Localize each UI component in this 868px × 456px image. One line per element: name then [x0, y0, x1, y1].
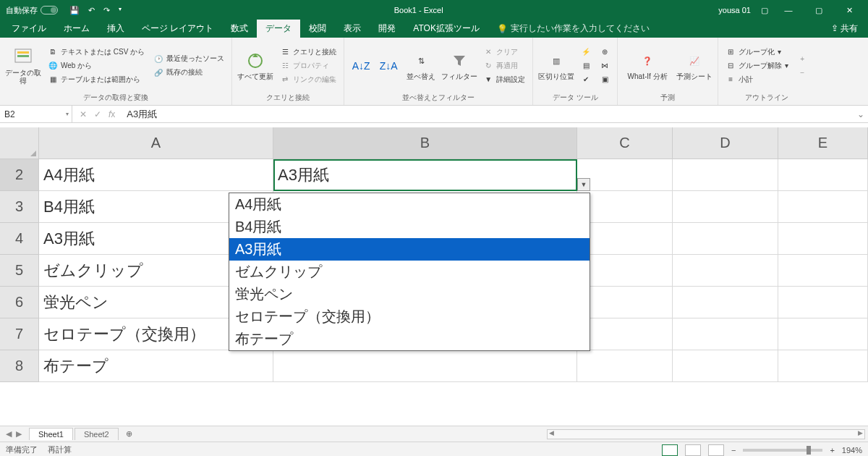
cell-E2[interactable]: [778, 159, 868, 191]
share-button[interactable]: ⇪ 共有: [824, 20, 865, 38]
queries-connections[interactable]: ☰クエリと接続: [277, 46, 339, 59]
tab-formula[interactable]: 数式: [222, 20, 257, 38]
sort-az-button[interactable]: A↓Z: [349, 41, 373, 91]
close-button[interactable]: ✕: [839, 6, 859, 15]
recent-sources[interactable]: 🕑最近使ったソース: [150, 52, 227, 65]
row-header-6[interactable]: 6: [0, 287, 39, 318]
data-validation[interactable]: ✔: [578, 73, 594, 86]
cell-B2[interactable]: A3用紙: [273, 159, 577, 191]
formula-content[interactable]: A3用紙: [122, 108, 854, 121]
undo-icon[interactable]: ↶: [88, 6, 95, 15]
new-sheet-button[interactable]: ⊕: [119, 429, 140, 439]
validation-option[interactable]: ゼムクリップ: [229, 261, 590, 283]
row-header-5[interactable]: 5: [0, 255, 39, 287]
sheet-prev-icon[interactable]: ◀: [6, 429, 12, 439]
autosave-switch-icon: [41, 6, 58, 14]
advanced-filter[interactable]: ▼詳細設定: [480, 73, 528, 86]
cell-A2[interactable]: A4用紙: [39, 159, 273, 191]
tab-insert[interactable]: 挿入: [98, 20, 133, 38]
name-box[interactable]: B2: [0, 106, 72, 122]
sort-za-button[interactable]: Z↓A: [376, 41, 401, 91]
consolidate[interactable]: ⊕: [597, 46, 613, 59]
forecast-button[interactable]: 📈予測シート: [676, 41, 713, 91]
sheet-tab-active[interactable]: Sheet1: [29, 428, 73, 440]
refresh-all-button[interactable]: すべて更新: [237, 41, 274, 91]
sheet-tab-other[interactable]: Sheet2: [75, 428, 119, 440]
tab-data[interactable]: データ: [257, 20, 300, 38]
tab-home[interactable]: ホーム: [55, 20, 98, 38]
minimize-button[interactable]: —: [778, 6, 799, 14]
from-table-range[interactable]: ▦テーブルまたは範囲から: [45, 73, 148, 86]
autosave-toggle[interactable]: 自動保存: [0, 5, 64, 16]
row-header-8[interactable]: 8: [0, 350, 39, 382]
col-header-A[interactable]: A: [39, 127, 273, 159]
ungroup-button[interactable]: ⊟グループ解除 ▾: [723, 59, 791, 72]
data-validation-list[interactable]: A4用紙B4用紙A3用紙ゼムクリップ蛍光ペンセロテープ（交換用）布テープ: [229, 193, 590, 351]
horizontal-scrollbar[interactable]: [547, 429, 865, 439]
data-validation-dropdown-button[interactable]: ▼: [577, 178, 590, 191]
maximize-button[interactable]: ▢: [809, 6, 829, 15]
tab-file[interactable]: ファイル: [3, 20, 55, 38]
cell-C2[interactable]: [577, 159, 673, 191]
validation-option[interactable]: セロテープ（交換用）: [229, 305, 590, 328]
subtotal-button[interactable]: ≡小計: [723, 73, 791, 86]
zoom-level[interactable]: 194%: [842, 446, 862, 455]
from-text-csv[interactable]: 🗎テキストまたは CSV から: [45, 46, 148, 59]
what-if-button[interactable]: ❓What-If 分析: [622, 41, 673, 91]
enter-icon[interactable]: ✓: [94, 109, 101, 119]
expand-formula-bar-icon[interactable]: ⌄: [854, 109, 868, 119]
tell-me[interactable]: 💡 実行したい作業を入力してください: [488, 20, 658, 38]
cell-D2[interactable]: [673, 159, 778, 191]
data-model[interactable]: ▣: [597, 73, 613, 86]
col-header-B[interactable]: B: [273, 127, 577, 159]
tab-review[interactable]: 校閲: [300, 20, 335, 38]
qat-more-icon[interactable]: ▾: [119, 6, 122, 15]
fx-icon[interactable]: fx: [109, 109, 115, 119]
zoom-out-button[interactable]: −: [731, 446, 736, 455]
select-all-button[interactable]: [0, 127, 39, 159]
minus-icon: −: [797, 67, 807, 77]
sort-button[interactable]: ⇅並べ替え: [404, 41, 438, 91]
view-page-layout-button[interactable]: [685, 444, 701, 456]
group-button[interactable]: ⊞グループ化 ▾: [723, 46, 791, 59]
flash-fill[interactable]: ⚡: [578, 46, 594, 59]
ribbon-display-icon[interactable]: ▢: [761, 6, 768, 15]
col-header-C[interactable]: C: [577, 127, 673, 159]
from-web[interactable]: 🌐Web から: [45, 59, 148, 72]
relationships-icon: ⋈: [600, 61, 610, 71]
group-icon: ⊞: [726, 47, 736, 57]
filter-button[interactable]: フィルター: [441, 41, 477, 91]
zoom-in-button[interactable]: +: [830, 446, 834, 455]
redo-icon[interactable]: ↷: [103, 6, 110, 15]
row-header-7[interactable]: 7: [0, 318, 39, 350]
tab-developer[interactable]: 開発: [370, 20, 404, 38]
user-name[interactable]: yousa 01: [718, 6, 751, 14]
row-header-4[interactable]: 4: [0, 223, 39, 255]
status-recalc: 再計算: [48, 444, 72, 455]
tab-page-layout[interactable]: ページ レイアウト: [133, 20, 222, 38]
save-icon[interactable]: 💾: [69, 6, 80, 15]
col-header-D[interactable]: D: [673, 127, 778, 159]
validation-option[interactable]: 蛍光ペン: [229, 283, 590, 305]
validation-option[interactable]: 布テープ: [229, 328, 590, 350]
row-header-3[interactable]: 3: [0, 191, 39, 223]
validation-option[interactable]: A4用紙: [229, 193, 590, 216]
row-header-2[interactable]: 2: [0, 159, 39, 191]
validation-option[interactable]: B4用紙: [229, 216, 590, 238]
sheet-nav[interactable]: ◀▶: [0, 429, 27, 439]
existing-connections[interactable]: 🔗既存の接続: [150, 66, 227, 79]
validation-option[interactable]: A3用紙: [229, 238, 590, 261]
get-data-button[interactable]: データの取得: [4, 41, 42, 91]
sheet-next-icon[interactable]: ▶: [16, 429, 22, 439]
text-to-columns[interactable]: ▥区切り位置: [537, 41, 575, 91]
remove-duplicates[interactable]: ▤: [578, 59, 594, 72]
tab-view[interactable]: 表示: [335, 20, 370, 38]
cancel-icon[interactable]: ✕: [80, 109, 87, 119]
zoom-slider[interactable]: [743, 449, 822, 452]
cell-A8[interactable]: 布テープ: [39, 350, 273, 382]
col-header-E[interactable]: E: [778, 127, 868, 159]
tab-atok[interactable]: ATOK拡張ツール: [404, 20, 488, 38]
view-page-break-button[interactable]: [708, 444, 724, 456]
view-normal-button[interactable]: [662, 444, 678, 456]
relationships[interactable]: ⋈: [597, 59, 613, 72]
